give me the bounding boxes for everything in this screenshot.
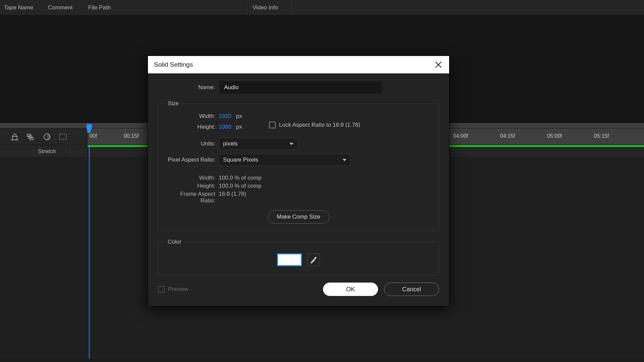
playhead-line[interactable] xyxy=(89,145,90,359)
make-comp-size-button[interactable]: Make Comp Size xyxy=(268,210,329,224)
name-label: Name: xyxy=(188,84,215,91)
dialog-body: Name: Size Width: 1920 px Height: 1080 p… xyxy=(148,73,449,306)
color-legend: Color xyxy=(165,239,184,245)
col-video-info[interactable]: Video Info xyxy=(248,0,292,15)
project-columns-header: Tape Name Comment File Path Video Info xyxy=(0,0,644,15)
height-unit: px xyxy=(236,124,242,130)
info-height-value: 100.0 % of comp xyxy=(219,183,262,189)
frame-blend-icon[interactable] xyxy=(42,132,52,141)
col-tape-name-label: Tape Name xyxy=(4,4,33,11)
size-legend: Size xyxy=(165,100,181,107)
height-value[interactable]: 1080 xyxy=(219,124,231,130)
col-file-path-label: File Path xyxy=(88,4,111,11)
time-label-5: 05:15f xyxy=(594,133,609,139)
dialog-title: Solid Settings xyxy=(154,61,193,68)
motion-blur-icon[interactable] xyxy=(58,132,68,141)
chevron-down-icon xyxy=(289,143,293,145)
time-label-2: 04:00f xyxy=(453,133,468,139)
close-icon[interactable] xyxy=(434,60,443,69)
time-label-3: 04:15f xyxy=(500,133,515,139)
playhead-handle[interactable] xyxy=(87,124,92,129)
ok-button[interactable]: OK xyxy=(323,283,378,296)
solid-settings-dialog: Solid Settings Name: Size Width: 1920 px… xyxy=(148,56,449,306)
units-value: pixels xyxy=(223,140,237,147)
col-video-info-label: Video Info xyxy=(253,4,278,11)
info-width-label: Width: xyxy=(165,175,215,181)
cancel-label: Cancel xyxy=(402,286,421,293)
color-group: Color xyxy=(158,239,439,275)
col-stretch[interactable]: Stretch xyxy=(34,145,70,158)
par-dropdown[interactable]: Square Pixels xyxy=(219,154,351,166)
work-area-start-handle[interactable] xyxy=(87,129,91,133)
dialog-titlebar[interactable]: Solid Settings xyxy=(148,56,449,73)
lock-aspect-checkbox[interactable] xyxy=(269,122,276,128)
col-comment-label: Comment xyxy=(48,4,73,11)
time-label-4: 05:00f xyxy=(547,133,562,139)
units-label: Units: xyxy=(165,140,215,147)
workspace: 00f 00:15f 04:00f 04:15f 05:00f 05:15f S… xyxy=(0,15,644,362)
lock-aspect-label: Lock Aspect Ratio to 16:9 (1.78) xyxy=(279,122,360,128)
units-dropdown[interactable]: pixels xyxy=(219,138,298,150)
width-unit: px xyxy=(236,113,242,120)
time-label-1: 00:15f xyxy=(124,133,139,139)
time-label-0: 00f xyxy=(90,133,97,139)
chevron-down-icon xyxy=(342,159,346,161)
svg-rect-0 xyxy=(12,136,17,140)
col-tape-name[interactable]: Tape Name xyxy=(0,0,44,15)
svg-rect-6 xyxy=(60,134,66,139)
eyedropper-button[interactable] xyxy=(307,253,320,266)
color-swatch[interactable] xyxy=(277,253,302,266)
make-comp-size-label: Make Comp Size xyxy=(277,214,320,220)
size-group: Size Width: 1920 px Height: 1080 px Lock… xyxy=(158,100,439,231)
info-width-value: 100.0 % of comp xyxy=(219,175,262,181)
col-file-path[interactable]: File Path xyxy=(84,0,248,15)
height-label: Height: xyxy=(165,124,215,130)
preview-label: Preview xyxy=(168,286,188,293)
col-stretch-label: Stretch xyxy=(38,148,56,155)
render-queue-icon[interactable] xyxy=(10,132,19,141)
preview-checkbox xyxy=(158,286,165,293)
width-label: Width: xyxy=(165,113,215,120)
eyedropper-icon xyxy=(310,256,317,263)
shy-layers-icon[interactable] xyxy=(26,132,36,141)
name-input[interactable] xyxy=(220,81,382,94)
par-value: Square Pixels xyxy=(223,157,258,163)
svg-rect-2 xyxy=(27,134,31,136)
width-value[interactable]: 1920 xyxy=(219,113,231,120)
svg-rect-3 xyxy=(29,136,32,138)
cancel-button[interactable]: Cancel xyxy=(384,283,439,296)
svg-rect-4 xyxy=(30,137,33,140)
ok-label: OK xyxy=(346,286,355,293)
info-far-value: 16:9 (1.78) xyxy=(219,191,246,204)
par-label: Pixel Aspect Ratio: xyxy=(165,157,215,163)
info-far-label: Frame Aspect Ratio: xyxy=(165,191,215,204)
col-comment[interactable]: Comment xyxy=(44,0,84,15)
info-height-label: Height: xyxy=(165,183,215,189)
